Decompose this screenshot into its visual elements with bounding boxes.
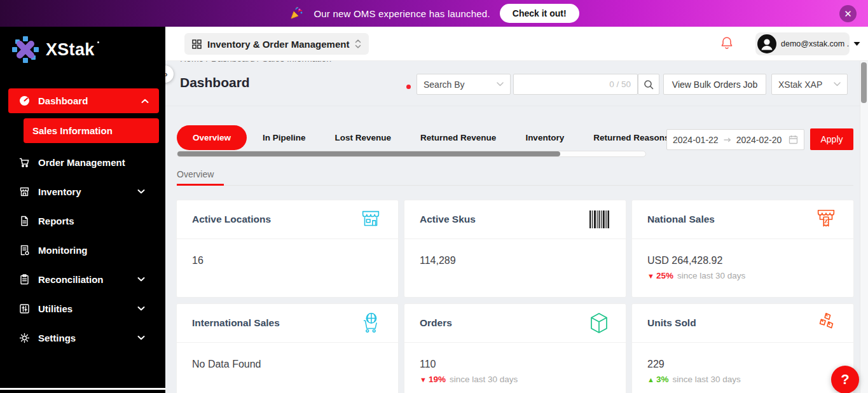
search-by-select[interactable]: Search By <box>417 74 511 95</box>
sidebar-item-reconciliation[interactable]: Reconciliation <box>0 272 165 287</box>
tab-returned-revenue[interactable]: Returned Revenue <box>420 133 496 142</box>
caret-down-icon <box>853 41 860 46</box>
subtab-overview[interactable]: Overview <box>177 169 214 179</box>
user-menu[interactable]: demo@xstak.com . <box>755 32 850 55</box>
card-national-sales: National Sales USD 264,428.92 ▼ 25% sinc… <box>632 200 853 297</box>
cubes-icon <box>814 312 838 334</box>
help-button[interactable]: ? <box>831 366 859 393</box>
chevron-down-icon <box>137 335 145 340</box>
gear-icon <box>19 333 30 343</box>
sidebar-item-label: Sales Information <box>32 125 113 136</box>
tab-in-pipeline[interactable]: In Pipeline <box>263 133 306 142</box>
xstak-logo-icon <box>11 36 39 64</box>
vertical-scrollbar-thumb[interactable] <box>861 62 867 103</box>
card-active-skus: Active Skus 114,289 <box>404 200 626 297</box>
sidebar-item-order-management[interactable]: Order Management <box>0 155 165 170</box>
app-selector-label: Inventory & Order Management <box>207 39 349 50</box>
sidebar-item-reports[interactable]: Reports <box>0 213 165 228</box>
card-value: USD 264,428.92 <box>647 255 838 266</box>
sidebar-item-dashboard[interactable]: Dashboard <box>8 88 159 113</box>
store-icon <box>19 186 30 197</box>
question-mark-icon: ? <box>841 371 849 388</box>
trend-down-icon: ▼ <box>647 272 654 280</box>
search-icon <box>644 79 654 90</box>
party-popper-icon <box>289 6 304 21</box>
app-selector[interactable]: Inventory & Order Management <box>184 33 369 55</box>
view-bulk-orders-button[interactable]: View Bulk Orders Job <box>663 74 766 95</box>
delta-percent: 19% <box>429 375 446 384</box>
date-range-end: 2024-02-20 <box>736 135 782 145</box>
search-input[interactable] <box>520 79 609 90</box>
tab-inventory[interactable]: Inventory <box>525 133 564 142</box>
trend-down-icon: ▼ <box>420 376 427 383</box>
banner-message: Our new OMS experience has launched. <box>313 8 490 19</box>
chevron-up-icon <box>141 99 149 104</box>
card-title: Orders <box>420 317 452 329</box>
horizontal-scrollbar-thumb[interactable] <box>177 151 560 156</box>
document-gear-icon <box>19 245 30 256</box>
tab-overview[interactable]: Overview <box>177 125 247 150</box>
chevron-down-icon <box>137 277 145 282</box>
search-counter: 0 / 50 <box>609 79 631 89</box>
card-delta: ▼ 25% since last 30 days <box>647 271 838 280</box>
close-icon: ✕ <box>844 8 852 20</box>
package-icon <box>588 312 610 334</box>
xstak-logo: XStak <box>0 27 165 64</box>
tab-lost-revenue[interactable]: Lost Revenue <box>335 133 392 142</box>
card-value: 16 <box>192 255 383 266</box>
sidebar-item-label: Settings <box>38 333 76 343</box>
sidebar-item-label: Reconciliation <box>38 274 104 285</box>
card-international-sales: International Sales No Data Found <box>177 304 398 393</box>
tabs-horizontal-scrollbar[interactable] <box>177 151 646 157</box>
kpi-cards: Active Locations 16 Active Skus <box>177 200 853 393</box>
card-value: 229 <box>647 359 838 370</box>
sidebar-item-label: Reports <box>38 216 74 226</box>
dashboard-tabs: Overview In Pipeline Lost Revenue Return… <box>177 125 680 150</box>
check-it-out-button[interactable]: Check it out! <box>500 4 579 23</box>
notification-bell-icon[interactable] <box>720 36 733 50</box>
sidebar-item-sales-information[interactable]: Sales Information <box>24 118 159 143</box>
sliders-icon <box>19 303 30 314</box>
sidebar-item-settings[interactable]: Settings <box>0 330 165 345</box>
sidebar-item-label: Dashboard <box>38 95 88 106</box>
search-button[interactable] <box>638 74 659 95</box>
page-title: Dashboard <box>180 75 250 90</box>
card-value: No Data Found <box>192 359 383 370</box>
workspace-select[interactable]: XStak XAP <box>771 74 848 95</box>
sidebar-item-monitoring[interactable]: Monitoring <box>0 242 165 258</box>
subtab-divider <box>177 185 853 186</box>
banner-close-button[interactable]: ✕ <box>839 5 857 22</box>
delta-text: since last 30 days <box>672 375 740 384</box>
header-divider <box>165 106 860 106</box>
swap-vertical-icon <box>355 39 361 49</box>
delta-percent: 3% <box>656 375 669 384</box>
announcement-banner: Our new OMS experience has launched. Che… <box>0 0 868 27</box>
sidebar-item-inventory[interactable]: Inventory <box>0 184 165 199</box>
sidebar-item-utilities[interactable]: Utilities <box>0 301 165 316</box>
sidebar-item-label: Order Management <box>38 157 125 168</box>
card-title: Active Skus <box>420 214 476 225</box>
delta-text: since last 30 days <box>450 375 518 384</box>
vertical-scrollbar[interactable] <box>860 61 868 393</box>
barcode-icon <box>589 210 610 229</box>
logo-wordmark: XStak <box>46 40 95 60</box>
subtab-active-underline <box>177 184 224 186</box>
date-range-picker[interactable]: 2024-01-22 2024-02-20 <box>666 129 804 150</box>
clipboard-icon <box>19 274 30 285</box>
sidebar-item-label: Monitoring <box>38 245 87 256</box>
card-active-locations: Active Locations 16 <box>177 200 398 297</box>
cart-icon <box>19 157 30 168</box>
workspace-label: XStak XAP <box>778 79 822 90</box>
delta-text: since last 30 days <box>677 271 745 280</box>
sidebar-item-label: Inventory <box>38 186 81 197</box>
card-orders: Orders 110 ▼ 19% since last 30 days <box>404 304 626 393</box>
topbar: Inventory & Order Management demo@ <box>165 27 868 61</box>
user-email: demo@xstak.com . <box>781 39 849 48</box>
card-delta: ▲ 3% since last 30 days <box>647 375 838 384</box>
sidebar-item-label: Utilities <box>38 303 72 314</box>
card-title: Active Locations <box>192 214 271 225</box>
avatar <box>757 34 776 53</box>
apply-button[interactable]: Apply <box>810 128 853 150</box>
tab-returned-reasons[interactable]: Returned Reasons <box>593 133 669 142</box>
storefront-icon <box>359 209 383 230</box>
